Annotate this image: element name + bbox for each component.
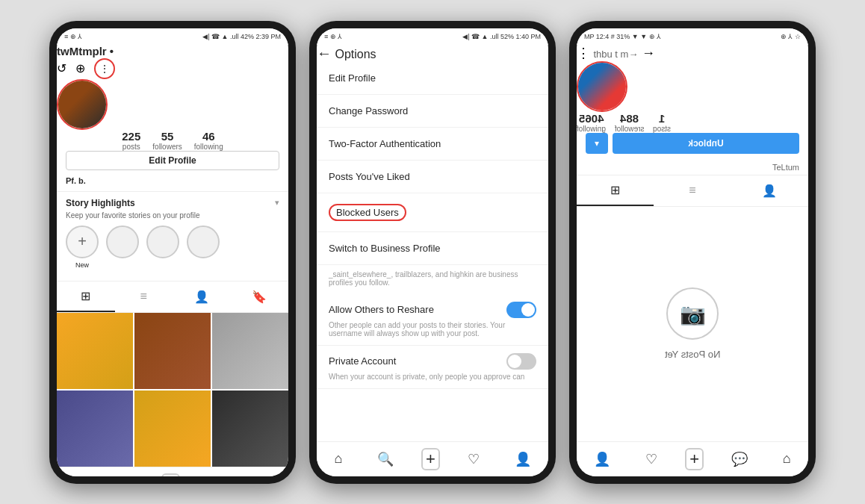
more-icon: ⋮ [99, 63, 110, 75]
status-bar-2: ≡ ⊕ ⅄ ◀| ☎ ▲ .ull 52% 1:40 PM [317, 28, 548, 45]
status-left-1: ≡ ⊕ ⅄ [64, 33, 82, 40]
toggle-private-label: Private Account [329, 355, 396, 367]
blocked-followers-count: 884 [620, 112, 639, 125]
nav-add-2[interactable]: + [421, 448, 440, 470]
bottom-nav-1: ⌂ 🔍 + ♡ 👤 [57, 467, 288, 476]
toggle-reshare-sub: Other people can add your posts to their… [329, 321, 536, 337]
bottom-nav-3: ⌂ 💬 + ♡ 👤 [577, 441, 808, 476]
blocked-following-stat: 4065 gniwollof [577, 112, 606, 133]
status-bar-3: MP 12:4 # 31% ▼ ▼ ⊕ ⅄ ⊕ ⅄ ☆ [577, 28, 808, 45]
camera-icon: 📷 [666, 287, 719, 340]
unblock-row: Unblock ▾ [586, 133, 799, 154]
toggle-private-switch[interactable] [506, 353, 536, 370]
no-posts-area: 📷 No Posts Yet [577, 207, 808, 441]
following-count: 46 [202, 130, 215, 143]
option-business-profile[interactable]: Switch to Business Profile [317, 232, 548, 265]
tab-list[interactable]: ≡ [115, 281, 173, 312]
nav-home-3[interactable]: ⌂ [775, 451, 799, 467]
option-change-password[interactable]: Change Password [317, 95, 548, 128]
edit-profile-button[interactable]: Edit Profile [66, 151, 279, 170]
tab-tagged[interactable]: 👤 [173, 281, 231, 312]
photo-2[interactable] [134, 313, 211, 389]
back-button[interactable]: ← [317, 45, 332, 61]
status-right-1: ◀| ☎ ▲ .ull 42% 2:39 PM [202, 33, 281, 40]
avatar [57, 79, 108, 130]
nav-home-2[interactable]: ⌂ [326, 451, 350, 467]
nav-add-3[interactable]: + [685, 448, 704, 470]
tab-tagged-3[interactable]: 👤 [731, 175, 808, 206]
photo-6[interactable] [212, 391, 288, 467]
followers-stat: 55 followers [152, 130, 182, 151]
status-bar-1: ≡ ⊕ ⅄ ◀| ☎ ▲ .ull 42% 2:39 PM [57, 28, 288, 45]
more-options-button[interactable]: ⋮ [94, 58, 115, 79]
highlights-circles: + New [66, 220, 279, 275]
nav-heart-2[interactable]: ♡ [460, 451, 487, 467]
option-posts-liked[interactable]: Posts You've Liked [317, 161, 548, 193]
history-icon[interactable]: ↺ [57, 61, 66, 75]
tab-list-3[interactable]: ≡ [654, 175, 731, 206]
business-profile-sub: _saint_elsewhere_, trailblazers, and hig… [317, 267, 548, 294]
blocked-following-count: 4065 [579, 112, 604, 125]
add-person-icon[interactable]: ⊕ [75, 61, 85, 75]
followers-label: followers [152, 143, 182, 151]
status-left-2: ≡ ⊕ ⅄ [324, 33, 342, 40]
options-title: Options [335, 48, 376, 60]
nav-search-3[interactable]: 💬 [724, 451, 755, 467]
option-edit-profile[interactable]: Edit Profile [317, 62, 548, 95]
unblock-button[interactable]: Unblock [613, 133, 799, 154]
phone-2: ≡ ⊕ ⅄ ◀| ☎ ▲ .ull 52% 1:40 PM ← Options … [309, 21, 556, 484]
add-highlight-icon[interactable]: + [66, 225, 99, 258]
nav-profile-2[interactable]: 👤 [507, 451, 539, 467]
username-label: twMtmplr • [57, 45, 114, 57]
forward-arrow[interactable]: → [642, 46, 655, 60]
profile-tabs: ⊞ ≡ 👤 🔖 [57, 281, 288, 313]
highlight-circle-3 [187, 225, 220, 258]
photo-4[interactable] [57, 391, 133, 467]
no-posts-label: No Posts Yet [665, 349, 720, 360]
dropdown-button[interactable]: ▾ [586, 133, 608, 154]
following-label: following [194, 143, 223, 151]
options-header: ← Options [317, 45, 548, 62]
highlights-subtitle: Keep your favorite stories on your profi… [66, 211, 279, 220]
new-highlight[interactable]: + New [66, 225, 99, 269]
nav-profile-3[interactable]: 👤 [586, 451, 618, 467]
highlights-header: Story Highlights ▾ [66, 198, 279, 208]
tab-grid[interactable]: ⊞ [57, 281, 115, 312]
photo-5[interactable] [134, 391, 211, 467]
toggle-private-sub: When your account is private, only peopl… [329, 373, 536, 381]
toggle-reshare: Allow Others to Reshare Other people can… [317, 294, 548, 346]
status-left-3: MP 12:4 # 31% ▼ ▼ ⊕ ⅄ [584, 33, 661, 40]
photo-grid [57, 313, 288, 467]
photo-1[interactable] [57, 313, 133, 389]
highlight-2 [146, 225, 179, 269]
blocked-followers-label: srewollof [615, 125, 644, 133]
blocked-profile-header: ⋮ thbu t m→ → [577, 45, 808, 61]
status-right-3: ⊕ ⅄ ☆ [781, 33, 801, 40]
tab-saved[interactable]: 🔖 [231, 281, 289, 312]
toggle-private-row: Private Account [329, 353, 536, 370]
status-right-2: ◀| ☎ ▲ .ull 52% 1:40 PM [462, 33, 541, 40]
phone-3: MP 12:4 # 31% ▼ ▼ ⊕ ⅄ ⊕ ⅄ ☆ ⋮ thbu t m→ … [569, 21, 816, 484]
blocked-posts-count: 1 [659, 112, 665, 125]
blocked-following-label: gniwollof [577, 125, 606, 133]
option-blocked-users[interactable]: Blocked Users [317, 193, 548, 232]
header-icons: ↺ ⊕ ⋮ [57, 58, 288, 79]
phone-1: ≡ ⊕ ⅄ ◀| ☎ ▲ .ull 42% 2:39 PM twMtmplr •… [49, 21, 296, 484]
tab-grid-3[interactable]: ⊞ [577, 175, 654, 206]
nav-search-2[interactable]: 🔍 [370, 451, 401, 467]
highlights-title: Story Highlights [66, 198, 135, 208]
toggle-reshare-switch[interactable] [506, 302, 536, 318]
toggle-reshare-label: Allow Others to Reshare [329, 304, 434, 315]
highlights-chevron: ▾ [275, 198, 279, 208]
blocked-users-label[interactable]: Blocked Users [329, 204, 406, 221]
followers-count: 55 [161, 130, 174, 143]
option-two-factor[interactable]: Two-Factor Authentication [317, 128, 548, 161]
toggle-reshare-row: Allow Others to Reshare [329, 302, 536, 318]
more-icon-3[interactable]: ⋮ [577, 46, 590, 60]
photo-3[interactable] [212, 313, 288, 389]
blocked-username-header: thbu t m→ [593, 49, 638, 60]
highlight-1 [106, 225, 139, 269]
nav-heart-3[interactable]: ♡ [638, 451, 665, 467]
options-list: Edit Profile Change Password Two-Factor … [317, 62, 548, 441]
nav-add[interactable]: + [161, 473, 180, 476]
